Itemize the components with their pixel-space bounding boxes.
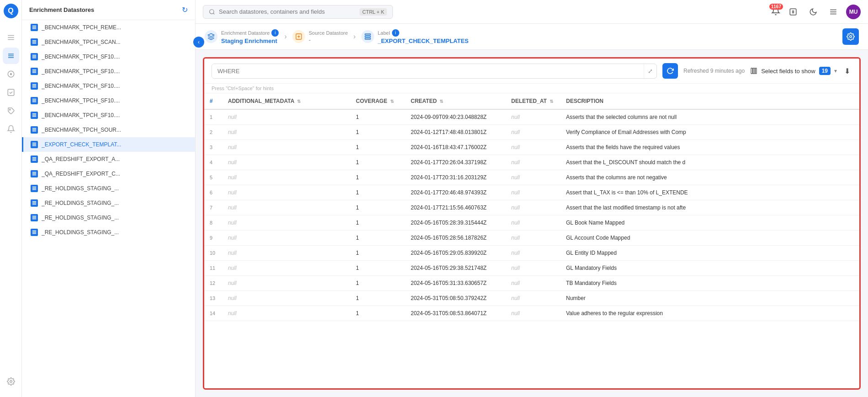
user-avatar[interactable]: MU: [846, 5, 861, 19]
svg-rect-33: [32, 144, 36, 145]
sidebar-item[interactable]: _BENCHMARK_TPCH_SF10....: [22, 49, 195, 64]
sidebar-item[interactable]: _BENCHMARK_TPCH_SF10....: [22, 64, 195, 79]
col-header-deleted-at: DELETED_AT ⇅: [506, 93, 561, 109]
sidebar-item-label: _RE_HOLDINGS_STAGING_...: [42, 200, 119, 206]
col-header-num: #: [204, 93, 222, 109]
sidebar-item[interactable]: _QA_REDSHIFT_EXPORT_C...: [22, 166, 195, 181]
table-row: 13 null 1 2024-05-31T05:08:50.379242Z nu…: [204, 291, 859, 306]
sort-created-icon[interactable]: ⇅: [439, 99, 443, 104]
cell-coverage: 1: [350, 246, 405, 261]
cell-deleted-at: null: [506, 261, 561, 276]
sidebar-item-label: _BENCHMARK_TPCH_SOUR...: [42, 127, 121, 133]
sidebar-item[interactable]: _BENCHMARK_TPCH_SF10....: [22, 108, 195, 123]
breadcrumb-source-value[interactable]: -: [309, 37, 348, 43]
sidebar-toggle-button[interactable]: ‹: [193, 37, 204, 48]
nav-icon-tags[interactable]: [3, 102, 19, 119]
sidebar-item[interactable]: _EXPORT_CHECK_TEMPLAT...: [22, 137, 195, 152]
sidebar-item[interactable]: _BENCHMARK_TPCH_SCAN...: [22, 35, 195, 49]
sidebar-item[interactable]: _BENCHMARK_TPCH_REME...: [22, 20, 195, 35]
fields-selector[interactable]: Select fields to show 19 ▾: [750, 67, 837, 75]
svg-rect-61: [365, 38, 370, 39]
cell-additional-metadata: null: [222, 170, 350, 185]
svg-rect-34: [32, 145, 36, 146]
where-input-wrap[interactable]: ⤢: [212, 64, 657, 79]
cell-description: Asserts that the fields have the require…: [561, 140, 859, 155]
nav-icon-explore[interactable]: [3, 66, 19, 82]
search-shortcut: CTRL + K: [360, 8, 387, 16]
sort-coverage-icon[interactable]: ⇅: [390, 99, 394, 104]
breadcrumb-enrichment-value[interactable]: Staging Enrichment: [221, 38, 279, 44]
cell-additional-metadata: null: [222, 276, 350, 291]
svg-rect-48: [32, 217, 36, 218]
cell-created: 2024-01-16T18:43:47.176002Z: [405, 140, 506, 155]
table-row: 11 null 1 2024-05-16T05:29:38.521748Z nu…: [204, 261, 859, 276]
cell-created: 2024-01-17T21:15:56.460763Z: [405, 200, 506, 215]
cell-deleted-at: null: [506, 170, 561, 185]
top-bar-right: 1167 MU: [771, 5, 861, 19]
svg-rect-21: [32, 86, 36, 86]
svg-rect-47: [32, 216, 36, 217]
sidebar-item[interactable]: _RE_HOLDINGS_STAGING_...: [22, 196, 195, 210]
notification-bell[interactable]: 1167: [771, 6, 780, 17]
col-header-description: DESCRIPTION: [561, 93, 859, 109]
expand-button[interactable]: ⤢: [644, 64, 656, 78]
cell-deleted-at: null: [506, 125, 561, 140]
table-row: 3 null 1 2024-01-16T18:43:47.176002Z nul…: [204, 140, 859, 155]
breadcrumb-label-info-btn[interactable]: i: [392, 29, 399, 37]
svg-rect-28: [32, 116, 36, 117]
cell-description: TB Mandatory Fields: [561, 276, 859, 291]
svg-rect-27: [32, 115, 36, 116]
sort-deleted-icon[interactable]: ⇅: [550, 99, 553, 104]
cell-num: 2: [204, 125, 222, 140]
sidebar-item[interactable]: _RE_HOLDINGS_STAGING_...: [22, 181, 195, 196]
sidebar-item[interactable]: _RE_HOLDINGS_STAGING_...: [22, 210, 195, 225]
svg-rect-60: [365, 36, 370, 38]
top-moon-icon[interactable]: [806, 5, 820, 19]
sidebar-item[interactable]: _QA_REDSHIFT_EXPORT_A...: [22, 152, 195, 166]
svg-rect-23: [32, 99, 36, 100]
sidebar-item[interactable]: _BENCHMARK_TPCH_SF10....: [22, 93, 195, 108]
sidebar-item[interactable]: _BENCHMARK_TPCH_SOUR...: [22, 123, 195, 137]
sidebar-item-label: _BENCHMARK_TPCH_SF10....: [42, 54, 120, 60]
search-bar[interactable]: CTRL + K: [203, 5, 393, 19]
sidebar-item-label: _BENCHMARK_TPCH_SF10....: [42, 68, 120, 75]
cell-description: GL Mandatory Fields: [561, 261, 859, 276]
fields-chevron-icon[interactable]: ▾: [834, 68, 837, 74]
sidebar-refresh-button[interactable]: ↻: [182, 5, 188, 14]
nav-icon-alerts[interactable]: [3, 121, 19, 137]
cell-num: 12: [204, 276, 222, 291]
sort-additional-icon[interactable]: ⇅: [297, 99, 301, 104]
sidebar-item-table-icon: [31, 214, 38, 221]
app-logo[interactable]: Q: [4, 4, 18, 18]
svg-rect-26: [32, 113, 36, 114]
table-header: # ADDITIONAL_METADATA ⇅ COVERAGE ⇅ CREAT…: [204, 93, 859, 109]
sidebar-item-table-icon: [31, 38, 38, 46]
breadcrumb-settings-button[interactable]: [842, 28, 859, 45]
table-row: 9 null 1 2024-05-16T05:28:56.187826Z nul…: [204, 231, 859, 246]
cell-deleted-at: null: [506, 291, 561, 306]
refresh-button[interactable]: [662, 63, 678, 79]
top-list-icon[interactable]: [786, 5, 800, 19]
data-table: # ADDITIONAL_METADATA ⇅ COVERAGE ⇅ CREAT…: [204, 93, 859, 321]
nav-icon-settings[interactable]: [3, 373, 19, 390]
sidebar-item-table-icon: [31, 24, 38, 31]
nav-icon-datastores[interactable]: [3, 48, 19, 64]
top-menu-icon[interactable]: [826, 5, 841, 19]
breadcrumb-info-btn[interactable]: i: [271, 29, 279, 37]
svg-rect-40: [32, 175, 36, 176]
filter-hint: Press "Ctrl+Space" for hints: [204, 84, 859, 93]
svg-rect-25: [32, 102, 36, 102]
sidebar-item[interactable]: _RE_HOLDINGS_STAGING_...: [22, 225, 195, 240]
breadcrumb-label-value[interactable]: _EXPORT_CHECK_TEMPLATES: [378, 38, 469, 44]
nav-icon-checks[interactable]: [3, 84, 19, 101]
svg-rect-65: [755, 68, 757, 74]
nav-icon-menu[interactable]: [3, 29, 19, 46]
breadcrumb-enrichment-label: Enrichment Datastore i: [221, 29, 279, 37]
where-input[interactable]: [212, 64, 644, 78]
cell-description: Asserts that the selected columns are no…: [561, 109, 859, 125]
search-input[interactable]: [219, 8, 356, 15]
download-button[interactable]: ⬇: [842, 65, 852, 77]
cell-num: 4: [204, 155, 222, 170]
cell-created: 2024-01-17T20:26:04.337198Z: [405, 155, 506, 170]
sidebar-item[interactable]: _BENCHMARK_TPCH_SF10....: [22, 79, 195, 93]
